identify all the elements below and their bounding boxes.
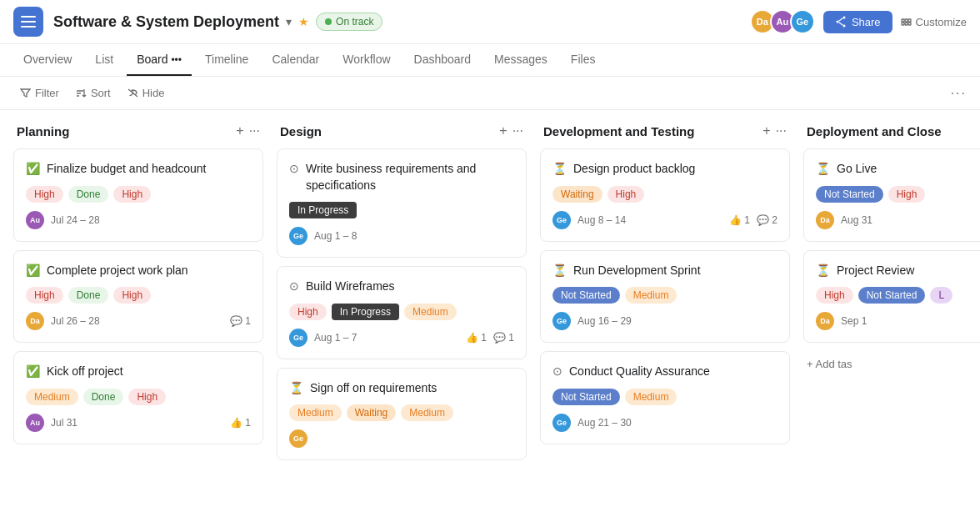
customize-button[interactable]: Customize (901, 16, 967, 28)
nav-files[interactable]: Files (561, 44, 606, 76)
like-count: 👍 1 (729, 214, 750, 226)
svg-rect-11 (905, 23, 908, 25)
tag-not-started: Not Started (552, 287, 620, 304)
tag-medium: Medium (26, 389, 78, 405)
card-build-wireframes[interactable]: ⊙ Build Wireframes High In Progress Medi… (277, 266, 527, 359)
tag-done: Done (83, 389, 124, 405)
add-column-design-icon[interactable]: + (499, 123, 507, 138)
card-date: Aug 31 (841, 214, 872, 226)
tag-high: High (888, 186, 926, 203)
card-date: Sep 1 (841, 315, 867, 327)
nav-messages[interactable]: Messages (484, 44, 558, 76)
add-column-dev-icon[interactable]: + (762, 123, 770, 138)
tag-high: High (816, 287, 853, 304)
card-footer: Ge Aug 16 – 29 (552, 312, 778, 330)
column-design: Design + ··· ⊙ Write business requiremen… (277, 123, 527, 475)
card-meta: Ge Aug 16 – 29 (552, 312, 632, 330)
tag-not-started: Not Started (858, 287, 926, 304)
tag-not-started: Not Started (816, 186, 883, 203)
card-sign-off-requirements[interactable]: ⏳ Sign off on requirements Medium Waitin… (277, 368, 527, 461)
card-footer: Au Jul 31 👍 1 (26, 414, 251, 432)
card-date: Aug 1 – 7 (314, 332, 357, 344)
status-badge[interactable]: On track (316, 13, 382, 31)
card-tags: Medium Done High (26, 389, 251, 405)
circle-check-icon: ⊙ (289, 279, 299, 295)
card-go-live[interactable]: ⏳ Go Live Not Started High Da Aug 31 (803, 148, 980, 242)
card-run-dev-sprint[interactable]: ⏳ Run Development Sprint Not Started Med… (540, 250, 790, 344)
card-complete-work-plan[interactable]: ✅ Complete project work plan High Done H… (13, 250, 263, 344)
tag-medium: Medium (404, 304, 457, 320)
card-finalize-budget[interactable]: ✅ Finalize budget and headcount High Don… (13, 148, 263, 242)
tag-high: High (608, 186, 645, 203)
column-title-design: Design (280, 124, 322, 138)
card-date: Aug 21 – 30 (578, 417, 632, 429)
hourglass-icon: ⏳ (816, 161, 830, 178)
hourglass-icon: ⏳ (816, 263, 830, 279)
card-title: ⊙ Conduct Quality Assurance (552, 364, 778, 380)
card-title: ⊙ Write business requirements and specif… (289, 161, 514, 193)
add-task-button[interactable]: + Add tas (803, 351, 980, 377)
svg-point-5 (842, 25, 845, 28)
nav-dashboard[interactable]: Dashboard (404, 44, 482, 76)
more-options-icon[interactable]: ··· (951, 86, 967, 100)
add-column-planning-icon[interactable]: + (236, 123, 243, 138)
card-meta: Ge Aug 21 – 30 (552, 414, 632, 432)
nav-board[interactable]: Board ••• (127, 44, 192, 76)
hide-button[interactable]: Hide (121, 83, 172, 103)
more-column-planning-icon[interactable]: ··· (249, 123, 260, 138)
title-group: Software & System Deployment ▾ ★ On trac… (53, 13, 740, 31)
nav-overview[interactable]: Overview (13, 44, 82, 76)
tag-high: High (26, 287, 63, 304)
circle-check-icon: ⊙ (289, 161, 299, 178)
card-tags: Not Started High (816, 186, 980, 203)
nav-calendar[interactable]: Calendar (262, 44, 329, 76)
card-footer: Ge (289, 429, 514, 448)
avatar: Ge (289, 429, 308, 448)
svg-rect-8 (902, 19, 904, 22)
comment-count: 💬 1 (230, 315, 251, 327)
nav-list[interactable]: List (85, 44, 123, 76)
card-tags: Waiting High (552, 186, 778, 203)
avatar: Ge (289, 329, 308, 347)
share-button[interactable]: Share (823, 11, 892, 33)
card-project-review[interactable]: ⏳ Project Review High Not Started L Da S… (803, 250, 980, 344)
card-meta: Da Jul 26 – 28 (26, 312, 100, 330)
svg-rect-12 (908, 19, 911, 22)
card-conduct-qa[interactable]: ⊙ Conduct Quality Assurance Not Started … (540, 351, 790, 444)
board-more-icon[interactable]: ••• (171, 54, 182, 66)
tag-in-progress: In Progress (332, 304, 399, 320)
card-tags: Not Started Medium (552, 389, 778, 405)
toolbar: Filter Sort Hide ··· (0, 77, 980, 110)
card-title: ⊙ Build Wireframes (289, 279, 514, 295)
card-meta: Au Jul 24 – 28 (26, 211, 100, 229)
avatar: Da (816, 211, 834, 229)
more-column-dev-icon[interactable]: ··· (776, 123, 787, 138)
card-write-requirements[interactable]: ⊙ Write business requirements and specif… (277, 148, 527, 258)
svg-rect-0 (21, 16, 36, 18)
menu-button[interactable] (13, 7, 43, 37)
nav-timeline[interactable]: Timeline (195, 44, 258, 76)
more-column-design-icon[interactable]: ··· (512, 123, 523, 138)
avatar: Da (26, 312, 44, 330)
card-design-product-backlog[interactable]: ⏳ Design product backlog Waiting High Ge… (540, 148, 790, 242)
filter-button[interactable]: Filter (13, 83, 66, 103)
check-circle-icon: ✅ (26, 364, 40, 380)
card-footer: Ge Aug 1 – 7 👍 1 💬 1 (289, 329, 514, 347)
nav-workflow[interactable]: Workflow (332, 44, 400, 76)
star-icon[interactable]: ★ (298, 15, 309, 28)
sort-button[interactable]: Sort (69, 83, 118, 103)
avatar-ge[interactable]: Ge (790, 9, 815, 34)
circle-check-icon: ⊙ (552, 364, 562, 380)
svg-rect-2 (21, 26, 36, 28)
card-date: Aug 1 – 8 (314, 230, 357, 242)
column-header-design: Design + ··· (277, 123, 527, 138)
card-footer: Da Sep 1 (816, 312, 980, 330)
chevron-down-icon[interactable]: ▾ (286, 15, 292, 28)
tag-waiting: Waiting (552, 186, 602, 203)
svg-point-3 (842, 17, 845, 19)
card-footer: Da Jul 26 – 28 💬 1 (26, 312, 251, 330)
tag-medium: Medium (289, 404, 342, 421)
column-header-deployment: Deployment and Close + ··· (803, 123, 980, 138)
card-kick-off[interactable]: ✅ Kick off project Medium Done High Au J… (13, 351, 263, 444)
card-tags: High Done High (26, 186, 251, 203)
